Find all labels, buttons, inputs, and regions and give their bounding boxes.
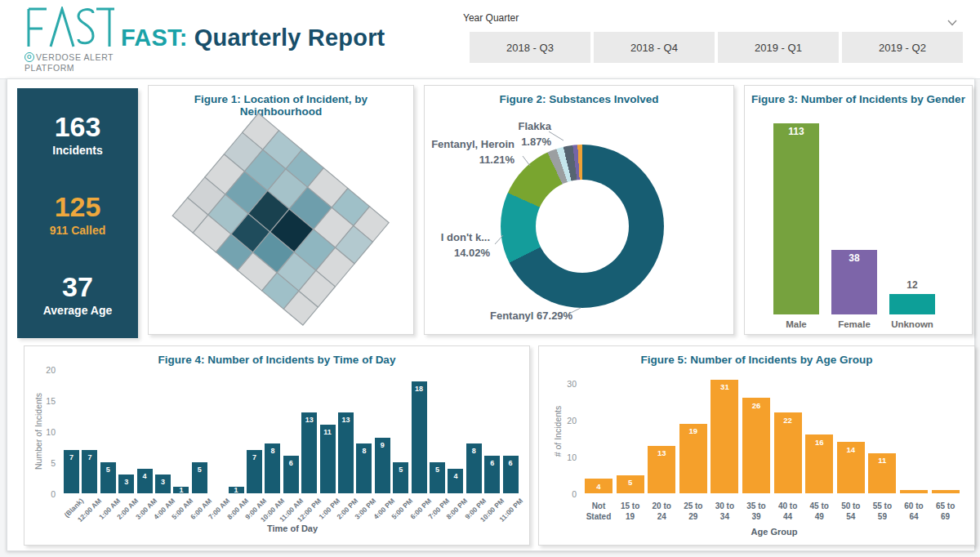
bar-value-label: 5 [100, 466, 116, 474]
bar-value-label: 31 [710, 382, 738, 391]
bar-6-00-pm[interactable] [412, 381, 427, 493]
quarter-filter-2019-q2[interactable]: 2019 - Q2 [842, 32, 963, 63]
header: FAST OVERDOSE ALERT PLATFORM FAST: Quart… [0, 0, 980, 79]
bar-value-label: 9 [375, 441, 390, 449]
x-tick-label: Unknown [884, 319, 942, 329]
x-tick-label: 55 to 59 [866, 501, 898, 522]
kpi-average-age-value: 37 [17, 273, 138, 301]
figure-5-y-axis-title: # of Incidents [553, 370, 563, 492]
bar-value-label: 5 [393, 466, 408, 474]
x-tick-label: Not Stated [583, 501, 615, 522]
bar-value-label: 4 [448, 472, 463, 480]
bar-value-label: 38 [831, 252, 877, 264]
bar-value-label: 7 [64, 453, 79, 461]
callout-fentanyl: Fentanyl 67.29% [490, 308, 572, 323]
bar-male[interactable] [773, 123, 819, 314]
x-tick-label: 40 to 44 [772, 501, 804, 522]
kpi-incidents: 163 Incidents [17, 113, 138, 157]
gender-bar-chart: 113Male38Female12Unknown [745, 109, 972, 334]
bar-60-to-64[interactable] [900, 490, 928, 494]
callout-flakka: Flakka 1.87% [519, 118, 551, 149]
bar-30-to-34[interactable] [710, 380, 738, 494]
x-tick-label: 35 to 39 [741, 501, 773, 522]
figure-1-panel: Figure 1: Location of Incident, by Neigh… [148, 85, 414, 335]
x-tick-label: 50 to 54 [835, 501, 867, 522]
x-tick-label: 20 to 24 [646, 501, 678, 522]
bar-value-label: 13 [648, 448, 675, 457]
quarter-filter-2018-q4[interactable]: 2018 - Q4 [594, 32, 715, 63]
x-tick-label: 60 to 64 [898, 501, 930, 522]
bar-value-label: 3 [155, 478, 171, 486]
quarter-filter-2018-q3[interactable]: 2018 - Q3 [470, 32, 590, 63]
kpi-card: 163 Incidents 125 911 Called 37 Average … [17, 88, 138, 338]
bar-value-label: 4 [585, 482, 612, 491]
report-canvas: 163 Incidents 125 911 Called 37 Average … [7, 78, 975, 551]
year-quarter-slicer: 2018 - Q32018 - Q42019 - Q12019 - Q2 [470, 32, 963, 63]
figure-4-y-axis-title: Number of Incidents [33, 370, 43, 492]
age-group-bar-chart: 01020304Not Stated515 to 191320 to 24192… [539, 346, 974, 545]
kpi-911-called: 125 911 Called [17, 193, 138, 237]
figure-4-panel: Figure 4: Number of Incidents by Time of… [24, 345, 530, 546]
bar-value-label: 6 [283, 459, 299, 467]
year-quarter-slicer-label: Year Quarter [463, 12, 519, 24]
kpi-incidents-value: 163 [17, 113, 138, 141]
x-tick-label: Male [768, 319, 826, 329]
x-tick-label: Female [826, 319, 884, 329]
kpi-911-called-value: 125 [17, 193, 138, 221]
bar-12-00-pm[interactable] [301, 412, 317, 493]
bar-value-label: 8 [265, 447, 280, 455]
bar-value-label: 1 [229, 486, 244, 494]
bar-value-label: 7 [82, 453, 97, 461]
bar-65-to-69[interactable] [932, 490, 960, 494]
quarter-filter-2019-q1[interactable]: 2019 - Q1 [718, 32, 839, 63]
bar-value-label: 26 [742, 401, 770, 410]
figure-4-x-axis-title: Time of Day [64, 524, 521, 533]
bar-value-label: 22 [774, 416, 802, 425]
fast-logo: FAST OVERDOSE ALERT PLATFORM [24, 7, 114, 49]
x-tick-label: 30 to 34 [709, 501, 741, 522]
kpi-911-called-label: 911 Called [17, 224, 138, 237]
figure-3-title: Figure 3: Number of Incidents by Gender [748, 93, 969, 105]
bar-value-label: 8 [466, 447, 482, 455]
bar-value-label: 13 [338, 416, 354, 424]
bar-value-label: 6 [503, 459, 519, 467]
bar-unknown[interactable] [889, 294, 935, 314]
callout-i-dont-know: I don't k... 14.02% [441, 229, 490, 261]
bar-value-label: 5 [192, 466, 207, 474]
fast-logo-mark [24, 7, 114, 49]
bar-value-label: 113 [773, 126, 819, 137]
bar-35-to-39[interactable] [742, 398, 770, 493]
choropleth-map[interactable] [149, 110, 413, 331]
bar-value-label: 14 [837, 445, 865, 454]
figure-5-panel: Figure 5: Number of Incidents by Age Gro… [538, 345, 975, 546]
x-tick-label: 65 to 69 [929, 501, 961, 522]
bar-value-label: 1 [173, 486, 189, 494]
bar-value-label: 12 [883, 279, 942, 291]
logo-subtitle-2: PLATFORM [24, 63, 74, 73]
bar-value-label: 5 [617, 478, 644, 487]
bar-40-to-44[interactable] [774, 412, 802, 493]
logo-subtitle: OVERDOSE ALERT [24, 52, 114, 62]
bar-value-label: 3 [118, 478, 134, 486]
figure-3-panel: Figure 3: Number of Incidents by Gender … [744, 85, 973, 335]
chevron-down-icon[interactable] [947, 20, 957, 26]
figure-5-x-axis-title: Age Group [585, 527, 964, 537]
bar-value-label: 4 [137, 472, 153, 480]
bar-value-label: 11 [868, 456, 896, 465]
bar-value-label: 5 [430, 466, 445, 474]
bar-value-label: 19 [679, 426, 707, 435]
bar-value-label: 11 [320, 428, 336, 436]
circled-o-icon: O [24, 52, 34, 62]
bar-2-00-pm[interactable] [338, 412, 354, 493]
callout-fentanyl-heroin: Fentanyl, Heroin 11.21% [431, 136, 514, 167]
dashboard: FAST OVERDOSE ALERT PLATFORM FAST: Quart… [0, 0, 980, 557]
kpi-average-age: 37 Average Age [17, 273, 138, 317]
figure-2-panel: Figure 2: Substances Involved Flakka 1.8… [424, 85, 734, 335]
kpi-average-age-label: Average Age [17, 304, 138, 317]
donut-chart[interactable] [501, 145, 664, 308]
figure-2-title: Figure 2: Substances Involved [428, 93, 730, 105]
x-tick-label: 25 to 29 [678, 501, 710, 522]
time-of-day-bar-chart: 051015207(Blank)712:00 AM51:00 AM32:00 A… [24, 346, 529, 545]
bar-value-label: 6 [484, 459, 500, 467]
bar-value-label: 8 [356, 447, 372, 455]
